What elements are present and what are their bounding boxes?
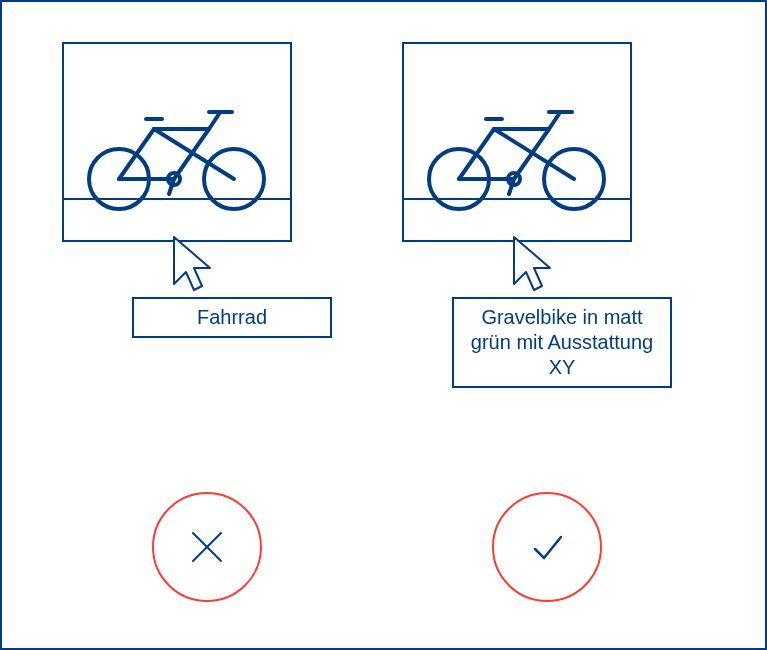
ground-line xyxy=(404,198,630,200)
ground-line xyxy=(64,198,290,200)
diagram-canvas: Fahrrad xyxy=(0,0,767,650)
example-good: Gravelbike in matt grün mit Ausstattung … xyxy=(402,42,702,242)
check-mark-icon xyxy=(525,525,569,569)
cursor-icon xyxy=(502,232,562,302)
image-thumbnail xyxy=(62,42,292,242)
cursor-icon xyxy=(162,232,222,302)
alt-text-tooltip: Gravelbike in matt grün mit Ausstattung … xyxy=(452,297,672,388)
example-bad: Fahrrad xyxy=(62,42,362,242)
x-mark-icon xyxy=(185,525,229,569)
alt-text-tooltip: Fahrrad xyxy=(132,297,332,338)
bicycle-icon xyxy=(414,94,624,214)
status-correct xyxy=(492,492,602,602)
status-incorrect xyxy=(152,492,262,602)
image-thumbnail xyxy=(402,42,632,242)
bicycle-icon xyxy=(74,94,284,214)
